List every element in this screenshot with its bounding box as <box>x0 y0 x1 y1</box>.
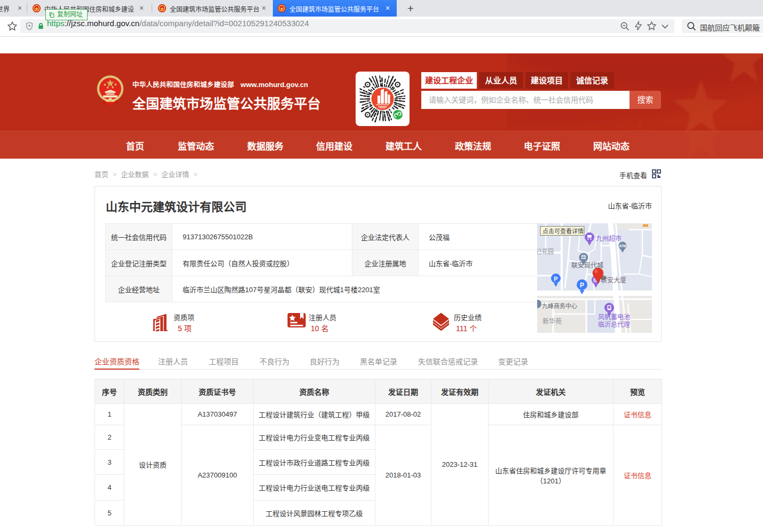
svg-text:新华苑: 新华苑 <box>542 317 562 325</box>
svg-text:九州超市: 九州超市 <box>596 234 622 242</box>
svg-text:P: P <box>580 281 584 289</box>
svg-text:P: P <box>554 276 557 282</box>
svg-text:风帆蓄电池: 风帆蓄电池 <box>598 313 630 321</box>
svg-text:九峰商务中心: 九峰商务中心 <box>542 302 577 309</box>
svg-text:★: ★ <box>35 6 39 11</box>
svg-text:己花园: 己花园 <box>537 248 554 255</box>
svg-text:临沂总代理: 临沂总代理 <box>598 321 630 328</box>
svg-text:ATM: ATM <box>619 244 626 248</box>
svg-text:点击可查看详情: 点击可查看详情 <box>542 228 584 234</box>
svg-text:★: ★ <box>280 6 284 11</box>
svg-text:★: ★ <box>160 6 164 11</box>
